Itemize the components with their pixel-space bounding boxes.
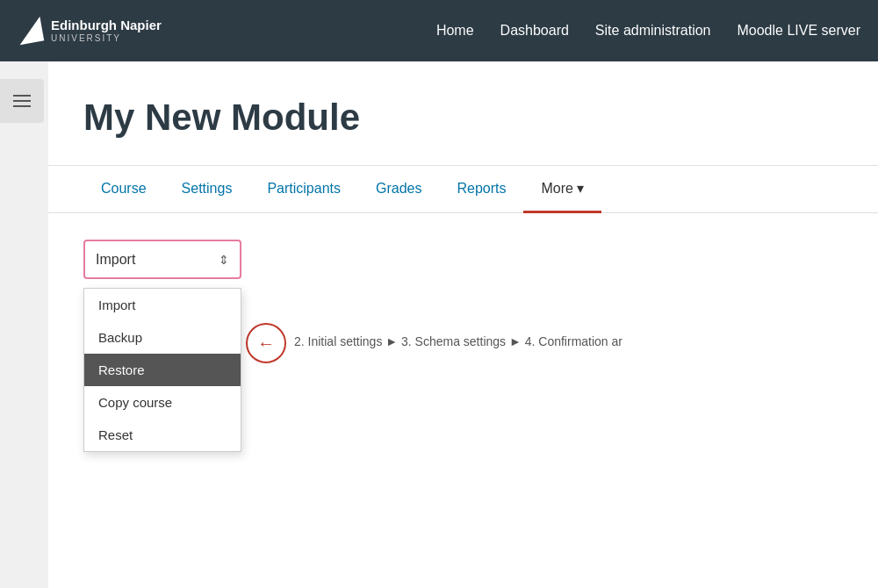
dropdown-item-restore[interactable]: Restore xyxy=(84,354,241,386)
hamburger-line xyxy=(13,95,31,97)
dropdown-area: Import ⇕ Import Backup Restore Copy cour… xyxy=(48,213,878,305)
nav-links: Home Dashboard Site administration Moodl… xyxy=(436,23,860,39)
tab-course[interactable]: Course xyxy=(83,167,164,213)
hamburger-line xyxy=(13,105,31,107)
import-select-box[interactable]: Import ⇕ xyxy=(83,240,241,279)
step-breadcrumb: 2. Initial settings ► 3. Schema settings… xyxy=(294,334,623,348)
logo: Edinburgh Napier UNIVERSITY xyxy=(18,18,162,44)
main-content: My New Module Course Settings Participan… xyxy=(48,61,878,588)
hamburger-icon xyxy=(13,95,31,107)
tab-reports[interactable]: Reports xyxy=(439,167,523,213)
top-navigation: Edinburgh Napier UNIVERSITY Home Dashboa… xyxy=(0,0,878,61)
nav-dashboard[interactable]: Dashboard xyxy=(500,23,569,39)
tab-participants[interactable]: Participants xyxy=(249,167,358,213)
tab-more[interactable]: More ▾ xyxy=(523,166,601,213)
dropdown-menu: Import Backup Restore Copy course Reset xyxy=(83,288,241,452)
page-title: My New Module xyxy=(83,97,843,139)
university-subtitle: UNIVERSITY xyxy=(51,33,162,44)
tab-settings[interactable]: Settings xyxy=(164,167,250,213)
dropdown-item-reset[interactable]: Reset xyxy=(84,419,241,451)
university-name: Edinburgh Napier xyxy=(51,18,162,33)
dropdown-item-import[interactable]: Import xyxy=(84,289,241,321)
logo-text: Edinburgh Napier UNIVERSITY xyxy=(51,18,162,44)
dropdown-item-backup[interactable]: Backup xyxy=(84,321,241,354)
dropdown-item-copy-course[interactable]: Copy course xyxy=(84,386,241,419)
page-header: My New Module xyxy=(48,61,878,166)
logo-arrow-icon xyxy=(16,17,44,45)
nav-moodle-live[interactable]: Moodle LIVE server xyxy=(737,23,860,39)
nav-home[interactable]: Home xyxy=(436,23,474,39)
select-current-value: Import xyxy=(96,252,135,268)
hamburger-line xyxy=(13,100,31,102)
back-arrow-button[interactable]: ← xyxy=(246,323,286,363)
tab-grades[interactable]: Grades xyxy=(358,167,439,213)
nav-site-admin[interactable]: Site administration xyxy=(595,23,711,39)
sidebar-toggle-button[interactable] xyxy=(0,79,44,123)
back-arrow-icon: ← xyxy=(257,333,275,354)
select-arrow-icon: ⇕ xyxy=(219,253,229,267)
course-tabs: Course Settings Participants Grades Repo… xyxy=(48,166,878,213)
